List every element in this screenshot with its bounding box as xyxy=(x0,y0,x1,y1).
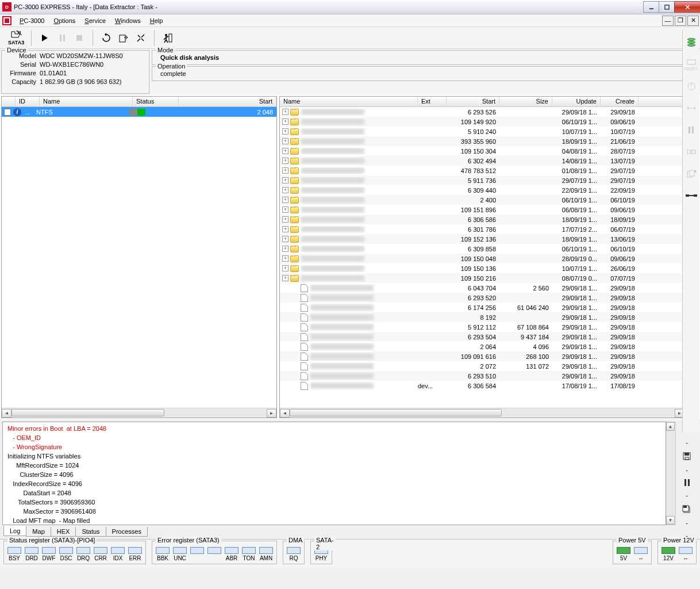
expander-icon[interactable]: + xyxy=(282,187,289,193)
info-icon[interactable]: i xyxy=(13,108,21,116)
expander-icon[interactable]: + xyxy=(282,275,289,281)
menu-options[interactable]: Options xyxy=(49,16,80,25)
mdi-close-button[interactable]: ✕ xyxy=(687,16,699,26)
exit-button[interactable] xyxy=(161,32,174,44)
register-crr: CRR xyxy=(94,547,107,561)
tree-row[interactable]: +393 355 96018/09/19 1...21/06/19 xyxy=(280,136,684,146)
copy-icon[interactable] xyxy=(684,167,698,181)
partition-checkbox[interactable] xyxy=(4,109,11,116)
tree-row[interactable]: +109 151 89606/08/19 1...09/06/19 xyxy=(280,205,684,215)
tree-row[interactable]: +2 40006/10/19 1...06/10/19 xyxy=(280,195,684,205)
tree-row[interactable]: +109 150 21608/07/19 0...07/07/19 xyxy=(280,273,684,283)
menu-service[interactable]: Service xyxy=(80,16,110,25)
expander-icon[interactable]: + xyxy=(282,128,289,135)
expander-icon[interactable]: + xyxy=(282,216,289,223)
tree-row[interactable]: 8 19229/09/18 1...29/09/18 xyxy=(280,312,684,322)
expander-icon[interactable]: + xyxy=(282,138,289,144)
file-icon xyxy=(301,304,308,312)
expander-icon[interactable]: + xyxy=(282,118,289,125)
mdi-restore-button[interactable]: ❐ xyxy=(675,16,686,26)
tree-row[interactable]: +6 293 52629/09/18 1...29/09/18 xyxy=(280,107,684,117)
tree-row[interactable]: +109 150 13610/07/19 1...26/06/19 xyxy=(280,263,684,273)
tree-row[interactable]: +5 910 24010/07/19 1...10/07/19 xyxy=(280,127,684,136)
pause-button[interactable] xyxy=(56,32,68,44)
folder-icon xyxy=(290,148,299,155)
power-5v-group: Power 5V 5V -- xyxy=(613,541,652,564)
expander-icon[interactable]: + xyxy=(282,206,289,213)
expander-icon[interactable]: + xyxy=(282,255,289,262)
right-hscrollbar[interactable]: ◄► xyxy=(280,408,684,418)
entry-name-redacted xyxy=(301,167,364,174)
tab-processes[interactable]: Processes xyxy=(106,527,148,537)
power-icon[interactable] xyxy=(684,79,698,93)
tree-row[interactable]: +6 309 44022/09/19 1...22/09/19 xyxy=(280,185,684,195)
expander-icon[interactable]: + xyxy=(282,167,289,174)
folder-icon xyxy=(290,128,299,135)
minimize-button[interactable] xyxy=(643,1,659,13)
menu-help[interactable]: Help xyxy=(145,16,168,25)
tree-row[interactable]: dev...6 306 58417/08/19 1...17/08/19 xyxy=(280,381,684,391)
tree-row[interactable]: +5 911 73629/07/19 1...29/07/19 xyxy=(280,175,684,185)
tab-map[interactable]: Map xyxy=(26,527,51,537)
expander-icon[interactable]: + xyxy=(282,148,289,154)
tree-row[interactable]: 6 293 51029/09/18 1...29/09/18 xyxy=(280,371,684,381)
tree-row[interactable]: 2 0644 09629/09/18 1...29/09/18 xyxy=(280,342,684,351)
entry-name-redacted xyxy=(301,148,364,154)
left-hscrollbar[interactable]: ◄► xyxy=(2,408,276,418)
tree-row[interactable]: 2 072131 07229/09/18 1...29/09/18 xyxy=(280,361,684,371)
svg-point-6 xyxy=(165,34,167,36)
tree-row[interactable]: +109 150 04828/09/19 0...09/06/19 xyxy=(280,254,684,263)
export-button[interactable] xyxy=(117,32,130,44)
tree-row[interactable]: 6 174 25661 046 24029/09/18 1...29/09/18 xyxy=(280,303,684,312)
expander-icon[interactable]: + xyxy=(282,246,289,252)
file-icon xyxy=(301,362,308,370)
connector-icon[interactable] xyxy=(684,189,698,202)
folder-icon xyxy=(290,197,299,204)
tree-row[interactable]: 6 293 52029/09/18 1...29/09/18 xyxy=(280,293,684,303)
pause-icon[interactable] xyxy=(684,123,698,137)
tree-row[interactable]: 6 293 5049 437 18429/09/18 1...29/09/18 xyxy=(280,332,684,342)
tab-status[interactable]: Status xyxy=(75,527,106,537)
log-output[interactable]: Minor errors in Boot at LBA = 2048 - OEM… xyxy=(2,422,666,525)
database-icon[interactable] xyxy=(684,36,698,49)
expander-icon[interactable]: + xyxy=(282,236,289,242)
maximize-button[interactable] xyxy=(659,1,675,13)
expander-icon[interactable]: + xyxy=(282,226,289,232)
tree-row[interactable]: 5 912 11267 108 86429/09/18 1...29/09/18 xyxy=(280,322,684,332)
tree-row[interactable]: +6 302 49414/08/19 1...13/07/19 xyxy=(280,156,684,166)
close-button[interactable]: ✕ xyxy=(674,1,700,13)
partition-row[interactable]: i ... NTFS 2 048 xyxy=(2,107,276,117)
link-icon[interactable] xyxy=(684,145,698,159)
menu-pc3000[interactable]: PC-3000 xyxy=(15,16,49,25)
tree-row[interactable]: +6 306 58618/09/19 1...18/09/19 xyxy=(280,215,684,224)
tree-row[interactable]: +109 150 30404/08/19 1...28/07/19 xyxy=(280,146,684,156)
tree-row[interactable]: +478 783 51201/08/19 1...29/07/19 xyxy=(280,166,684,175)
tree-row[interactable]: +109 149 92006/10/19 1...09/06/19 xyxy=(280,117,684,127)
log-save-button[interactable] xyxy=(680,452,693,461)
menu-windows[interactable]: Windows xyxy=(110,16,145,25)
expander-icon[interactable]: + xyxy=(282,158,289,164)
entry-name-redacted xyxy=(310,304,374,311)
tree-row[interactable]: 109 091 616268 10029/09/18 1...29/09/18 xyxy=(280,351,684,361)
expander-icon[interactable]: + xyxy=(282,177,289,183)
mdi-minimize-button[interactable]: — xyxy=(662,16,674,26)
tools-button[interactable] xyxy=(134,32,147,44)
expander-icon[interactable]: + xyxy=(282,265,289,271)
log-pause-button[interactable] xyxy=(680,479,693,486)
tree-row[interactable]: +6 301 78617/07/19 2...06/07/19 xyxy=(280,224,684,234)
log-vscrollbar[interactable]: ▲ ▼ xyxy=(666,422,676,525)
range-icon[interactable] xyxy=(684,101,698,115)
tab-hex[interactable]: HEX xyxy=(51,527,76,537)
refresh-button[interactable] xyxy=(100,32,113,44)
tree-row[interactable]: +6 309 85806/10/19 1...06/10/19 xyxy=(280,244,684,254)
stop-button[interactable] xyxy=(73,32,86,44)
tree-row[interactable]: +109 152 13618/09/19 1...13/06/19 xyxy=(280,234,684,244)
play-button[interactable] xyxy=(39,32,51,44)
reset-button[interactable]: RESET xyxy=(684,58,698,71)
expander-icon[interactable]: + xyxy=(282,197,289,203)
expander-icon[interactable]: + xyxy=(282,109,289,115)
svg-rect-17 xyxy=(687,150,691,154)
tab-log[interactable]: Log xyxy=(3,526,26,536)
log-save-multi-button[interactable] xyxy=(680,504,693,514)
tree-row[interactable]: 6 043 7042 56029/09/18 1...29/09/18 xyxy=(280,283,684,293)
